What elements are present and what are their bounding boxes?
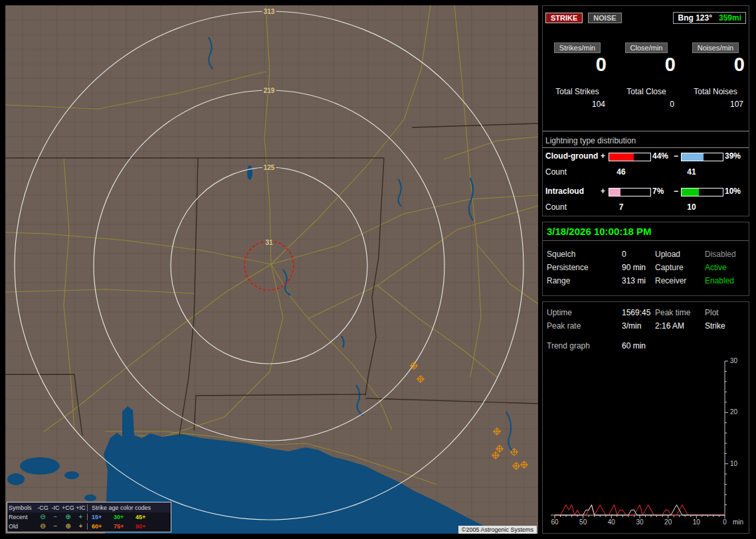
capture-label: Capture xyxy=(655,263,705,272)
intracloud-positive-count: 7 xyxy=(609,202,633,212)
intracloud-count-row: Count 7 10 xyxy=(543,202,749,213)
trend-axes xyxy=(551,361,728,518)
stats-row: Uptime 1569:45 Peak time Plot xyxy=(543,306,749,319)
total-strikes-label: Total Strikes xyxy=(543,87,612,96)
svg-text:20: 20 xyxy=(730,408,738,416)
stats-panel: Uptime 1569:45 Peak time Plot Peak rate … xyxy=(542,301,749,534)
count-label: Count xyxy=(545,167,567,177)
stats-row: Peak rate 3/min 2:16 AM Strike xyxy=(543,319,749,333)
cloud-ground-negative-pct: 39% xyxy=(725,151,741,161)
bearing-value: Bng 123° xyxy=(678,13,711,23)
cloud-ground-positive-bar xyxy=(609,153,651,161)
legend-recent-label: Recent xyxy=(9,514,37,520)
circle-minus-icon: ⊖ xyxy=(37,514,49,520)
svg-text:30: 30 xyxy=(636,518,644,526)
total-noises-value: 107 xyxy=(681,100,750,109)
legend-col-neg-cg: -CG xyxy=(37,504,49,511)
squelch-value: 0 xyxy=(622,250,655,259)
bearing-display: Bng 123°359mi xyxy=(673,12,746,24)
receiver-status: Enabled xyxy=(705,276,745,285)
intracloud-row: Intracloud + 7% − 10% xyxy=(543,187,749,197)
persistence-label: Persistence xyxy=(547,263,622,272)
svg-text:10: 10 xyxy=(730,460,738,467)
legend-age-title: Strike age color codes xyxy=(87,504,169,511)
capture-status: Active xyxy=(705,263,745,272)
plus-sign: + xyxy=(601,151,605,161)
uptime-value: 1569:45 xyxy=(622,308,655,317)
cloud-ground-positive-count: 46 xyxy=(609,167,633,177)
peak-time-value: 2:16 AM xyxy=(655,321,705,331)
noises-per-min-label[interactable]: Noises/min xyxy=(692,42,739,53)
intracloud-negative-bar xyxy=(681,188,723,196)
cloud-ground-negative-count: 41 xyxy=(680,167,704,177)
circle-plus-icon: ⊕ xyxy=(62,514,74,520)
cloud-ground-label: Cloud-ground xyxy=(545,151,598,161)
cloud-ground-positive-pct: 44% xyxy=(652,151,668,161)
plot-value: Strike xyxy=(705,321,745,331)
intracloud-negative-pct: 10% xyxy=(725,187,741,196)
plus-icon: + xyxy=(74,514,87,520)
circle-plus-icon: ⊕ xyxy=(62,523,74,530)
trend-axis-labels: 6050403020100min302010 xyxy=(551,358,743,526)
peak-rate-value: 3/min xyxy=(622,321,655,331)
strikes-per-min-value: 0 xyxy=(543,54,612,76)
legend-col-neg-ic: -IC xyxy=(49,504,62,511)
strike-button[interactable]: STRIKE xyxy=(545,13,583,23)
peak-time-label: Peak time xyxy=(655,308,705,317)
plus-sign: + xyxy=(601,187,605,196)
svg-text:10: 10 xyxy=(693,518,701,526)
age-15: 15+ xyxy=(92,514,108,520)
range-ring-label: 125 xyxy=(262,164,276,171)
range-ring-label: 219 xyxy=(262,87,276,94)
legend-header: Symbols -CG -IC +CG +IC Strike age color… xyxy=(7,502,171,512)
persistence-value: 90 min xyxy=(622,263,655,272)
trend-graph-label: Trend graph xyxy=(547,341,622,350)
range-label: Range xyxy=(547,276,622,285)
minus-sign: − xyxy=(674,187,678,196)
map-legend: Symbols -CG -IC +CG +IC Strike age color… xyxy=(7,502,171,532)
status-panel: 3/18/2026 10:00:18 PM Squelch 0 Upload D… xyxy=(542,222,749,296)
svg-text:40: 40 xyxy=(608,518,616,526)
copyright-label: ©2005 Astrogenic Systems xyxy=(458,526,537,534)
range-value: 313 mi xyxy=(622,276,655,285)
count-label: Count xyxy=(545,202,567,212)
age-90: 90+ xyxy=(136,523,151,530)
noise-button[interactable]: NOISE xyxy=(588,13,621,23)
svg-text:30: 30 xyxy=(730,358,738,364)
minus-icon: − xyxy=(49,514,62,520)
age-60: 60+ xyxy=(92,523,108,530)
trend-graph: 6050403020100min302010 xyxy=(544,358,749,532)
total-values-row: 104 0 107 xyxy=(543,100,749,109)
svg-text:0: 0 xyxy=(723,518,727,526)
close-per-min-label[interactable]: Close/min xyxy=(625,42,668,53)
intracloud-positive-pct: 7% xyxy=(652,187,664,196)
plot-label: Plot xyxy=(705,308,745,317)
separator xyxy=(543,131,749,131)
upload-label: Upload xyxy=(655,250,705,259)
svg-text:min: min xyxy=(733,518,743,526)
noises-per-min-value: 0 xyxy=(681,54,750,76)
circle-minus-icon: ⊖ xyxy=(37,523,49,530)
trend-series xyxy=(555,505,725,516)
total-noises-label: Total Noises xyxy=(681,87,750,96)
rate-values-row: 0 0 0 xyxy=(543,54,749,76)
legend-row-recent: Recent ⊖ − ⊕ + 15+ 30+ 45+ xyxy=(7,512,171,522)
svg-text:60: 60 xyxy=(551,518,559,526)
status-row: Range 313 mi Receiver Enabled xyxy=(543,274,749,287)
trend-row: Trend graph 60 min xyxy=(543,339,749,352)
strikes-per-min-label[interactable]: Strikes/min xyxy=(554,42,601,53)
lightning-map[interactable]: Symbols -CG -IC +CG +IC Strike age color… xyxy=(5,5,538,534)
mode-buttons-row: STRIKE NOISE Bng 123°359mi xyxy=(545,12,746,24)
receiver-label: Receiver xyxy=(655,276,705,285)
sidebar: STRIKE NOISE Bng 123°359mi Strikes/min C… xyxy=(542,5,751,534)
range-ring-label: 31 xyxy=(264,239,274,246)
total-close-value: 0 xyxy=(612,100,681,109)
bearing-distance: 359mi xyxy=(719,13,741,23)
legend-symbols-title: Symbols xyxy=(9,504,37,511)
uptime-label: Uptime xyxy=(547,308,622,317)
status-row: Squelch 0 Upload Disabled xyxy=(543,248,749,261)
squelch-label: Squelch xyxy=(547,250,622,259)
status-row: Persistence 90 min Capture Active xyxy=(543,261,749,274)
datetime-display: 3/18/2026 10:00:18 PM xyxy=(543,222,749,241)
age-45: 45+ xyxy=(136,514,151,520)
